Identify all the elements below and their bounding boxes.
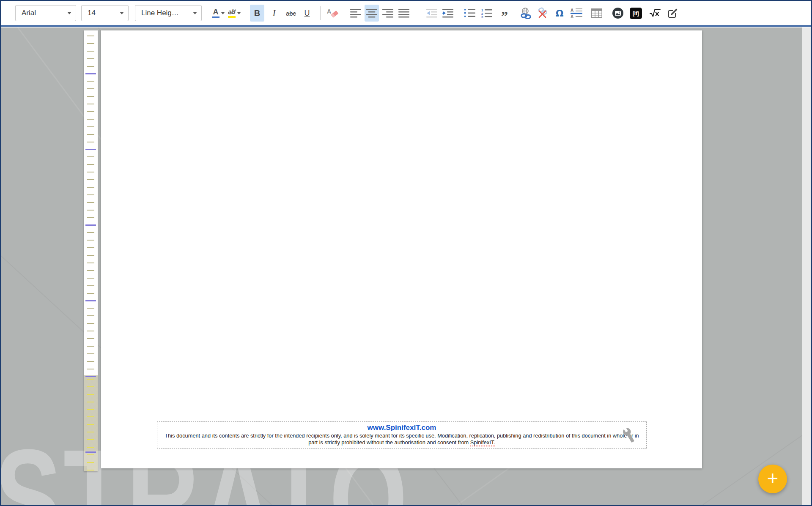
- insert-image-icon: [612, 7, 624, 19]
- blockquote-icon: ”: [501, 6, 508, 20]
- omega-icon: Ω: [556, 8, 564, 19]
- editor-canvas-area: STRATO www.SpinifexIT.com This document …: [1, 27, 811, 505]
- edit-compose-button[interactable]: [666, 5, 680, 22]
- paragraph-style-button[interactable]: A A: [569, 5, 584, 22]
- toolbar-divider: [320, 6, 321, 20]
- align-right-icon: [382, 8, 393, 18]
- highlight-color-icon: ab: [228, 8, 236, 18]
- add-button[interactable]: +: [758, 465, 787, 493]
- font-family-select[interactable]: Arial: [15, 5, 76, 21]
- numbered-list-icon: 1 2 3: [481, 8, 492, 18]
- insert-link-icon: [520, 7, 533, 19]
- font-color-button[interactable]: A: [211, 5, 225, 22]
- svg-text:A: A: [571, 8, 573, 13]
- italic-button[interactable]: I: [267, 5, 281, 22]
- math-formula-button[interactable]: [648, 5, 662, 22]
- vertical-ruler: [84, 30, 98, 471]
- chevron-down-icon: [193, 12, 197, 14]
- svg-text:A: A: [571, 14, 573, 19]
- svg-text:3: 3: [481, 15, 483, 18]
- editor-toolbar: Arial 14 Line Heig… A ab B I abc U: [1, 1, 811, 27]
- strikethrough-button[interactable]: abc: [284, 5, 298, 22]
- align-justify-button[interactable]: [397, 5, 411, 22]
- strikethrough-icon: abc: [286, 10, 296, 17]
- line-height-label: Line Heig…: [141, 9, 179, 17]
- wrench-icon: [622, 425, 636, 445]
- italic-icon: I: [273, 8, 276, 18]
- bullet-list-icon: [464, 8, 475, 18]
- chevron-down-icon: [120, 12, 124, 14]
- remove-link-button[interactable]: [535, 5, 550, 22]
- align-justify-icon: [398, 8, 409, 18]
- if-field-icon: [if]: [630, 8, 642, 19]
- edit-compose-icon: [667, 8, 678, 19]
- align-left-icon: [350, 8, 361, 18]
- outdent-button[interactable]: [425, 5, 439, 22]
- if-condition-button[interactable]: [if]: [628, 5, 643, 22]
- insert-link-button[interactable]: [519, 5, 534, 22]
- eraser-icon: A: [326, 8, 339, 19]
- underline-button[interactable]: U: [300, 5, 314, 22]
- special-character-button[interactable]: Ω: [552, 5, 567, 22]
- bold-button[interactable]: B: [250, 5, 264, 22]
- math-formula-icon: [650, 8, 661, 18]
- chevron-down-icon: [67, 12, 71, 14]
- numbered-list-button[interactable]: 1 2 3: [480, 5, 494, 22]
- remove-link-icon: [536, 7, 549, 19]
- insert-image-button[interactable]: [611, 5, 625, 22]
- font-family-value: Arial: [22, 9, 36, 17]
- font-color-icon: A: [212, 8, 219, 18]
- chevron-down-icon: [221, 12, 225, 14]
- document-footer-block[interactable]: www.SpinifexIT.com This document and its…: [157, 421, 647, 449]
- align-center-button[interactable]: [365, 5, 379, 22]
- paragraph-style-icon: A A: [571, 8, 582, 19]
- document-page[interactable]: www.SpinifexIT.com This document and its…: [101, 30, 702, 468]
- indent-button[interactable]: [441, 5, 455, 22]
- spellcheck-flagged-word: SpinifexIT.: [470, 439, 495, 446]
- align-left-button[interactable]: [348, 5, 363, 22]
- indent-icon: [442, 8, 453, 18]
- footer-tool-handle[interactable]: [622, 425, 636, 446]
- svg-text:A: A: [327, 8, 331, 15]
- chevron-down-icon: [237, 12, 241, 14]
- footer-disclaimer-text: This document and its contents are stric…: [162, 432, 642, 446]
- bold-icon: B: [254, 8, 260, 18]
- plus-icon: +: [767, 468, 779, 488]
- line-height-select[interactable]: Line Heig…: [135, 5, 202, 21]
- font-size-select[interactable]: 14: [81, 5, 129, 21]
- outdent-icon: [426, 8, 437, 18]
- insert-table-icon: [591, 8, 602, 18]
- underline-icon: U: [304, 9, 310, 18]
- insert-table-button[interactable]: [590, 5, 604, 22]
- highlight-color-button[interactable]: ab: [227, 5, 241, 22]
- align-right-button[interactable]: [381, 5, 395, 22]
- vertical-scrollbar[interactable]: [802, 27, 811, 505]
- footer-website-link[interactable]: www.SpinifexIT.com: [157, 424, 646, 432]
- font-size-value: 14: [88, 9, 96, 17]
- ruler-major-ticks: [85, 30, 96, 471]
- blockquote-button[interactable]: ”: [497, 5, 512, 22]
- bullet-list-button[interactable]: [463, 5, 477, 22]
- clear-format-button[interactable]: A: [326, 5, 340, 22]
- align-center-icon: [366, 8, 377, 18]
